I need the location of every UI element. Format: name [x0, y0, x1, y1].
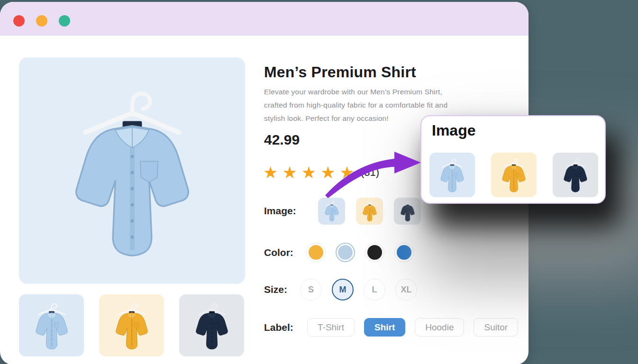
shirt-thumb-navy-icon [189, 300, 235, 352]
image-option-blue[interactable] [318, 198, 345, 225]
image-option-navy[interactable] [394, 198, 421, 225]
color-fill-black [367, 245, 382, 260]
label-option-suitor[interactable]: Suitor [474, 318, 518, 337]
popup-title: Image [432, 122, 475, 139]
star-icon: ★ [263, 162, 278, 183]
marketing-canvas: Men’s Premium Shirt Elevate your wardrob… [0, 0, 638, 364]
popup-shirt-navy-icon [559, 156, 592, 194]
star-icon: ★ [340, 162, 355, 183]
gallery-thumb-yellow[interactable] [99, 294, 164, 356]
label-option-shirt[interactable]: Shirt [364, 318, 405, 337]
product-price: 42.99 [264, 132, 300, 148]
window-maximize-icon[interactable] [59, 15, 70, 27]
color-fill-orange [309, 245, 323, 260]
rating-count: (31) [361, 166, 379, 179]
popup-option-blue[interactable] [429, 153, 475, 197]
image-options-popup: Image [420, 115, 606, 204]
color-option-orange[interactable] [306, 243, 326, 262]
color-option-black[interactable] [365, 243, 384, 262]
shirt-swatch-yellow-icon [360, 200, 380, 222]
size-option-xl[interactable]: XL [395, 279, 417, 300]
window-close-icon[interactable] [13, 15, 25, 27]
shirt-photo-blue [52, 79, 213, 264]
size-row-label: Size: [264, 284, 300, 295]
window-minimize-icon[interactable] [36, 15, 47, 27]
star-icon: ★ [301, 162, 316, 183]
image-option-yellow[interactable] [356, 198, 383, 225]
label-option-hoodie[interactable]: Hoodie [415, 318, 464, 337]
shirt-thumb-blue-icon [29, 300, 74, 352]
gallery-thumb-navy[interactable] [179, 294, 244, 356]
product-rating: ★ ★ ★ ★ ★ (31) [263, 162, 379, 183]
browser-titlebar [0, 2, 529, 36]
color-option-light-blue[interactable] [336, 243, 355, 262]
color-fill-light-blue [338, 245, 353, 260]
image-row-label: Image: [264, 205, 318, 217]
size-option-s[interactable]: S [300, 279, 322, 300]
color-option-blue[interactable] [394, 243, 414, 262]
popup-option-navy[interactable] [553, 153, 598, 197]
popup-shirt-blue-icon [436, 156, 469, 194]
option-row-label: Label: T-Shirt Shirt Hoodie Suitor [264, 318, 528, 337]
size-option-m[interactable]: M [332, 279, 354, 300]
gallery-thumb-blue[interactable] [19, 294, 84, 356]
label-row-label: Label: [264, 322, 307, 333]
shirt-swatch-navy-icon [398, 200, 418, 222]
color-row-label: Color: [264, 247, 306, 258]
option-row-image: Image: [264, 197, 432, 225]
product-title: Men’s Premium Shirt [264, 64, 416, 81]
product-main-image [19, 57, 245, 284]
popup-thumbs [429, 153, 598, 197]
star-icon: ★ [282, 162, 297, 183]
option-row-color: Color: [264, 243, 424, 262]
size-option-l[interactable]: L [364, 279, 385, 300]
option-row-size: Size: S M L XL [264, 279, 427, 300]
label-option-tshirt[interactable]: T-Shirt [307, 318, 355, 337]
star-icon: ★ [320, 162, 335, 183]
shirt-swatch-blue-icon [322, 200, 342, 222]
shirt-thumb-yellow-icon [109, 300, 155, 352]
popup-shirt-yellow-icon [497, 156, 530, 194]
color-fill-blue [397, 245, 411, 260]
popup-option-yellow[interactable] [491, 153, 537, 197]
